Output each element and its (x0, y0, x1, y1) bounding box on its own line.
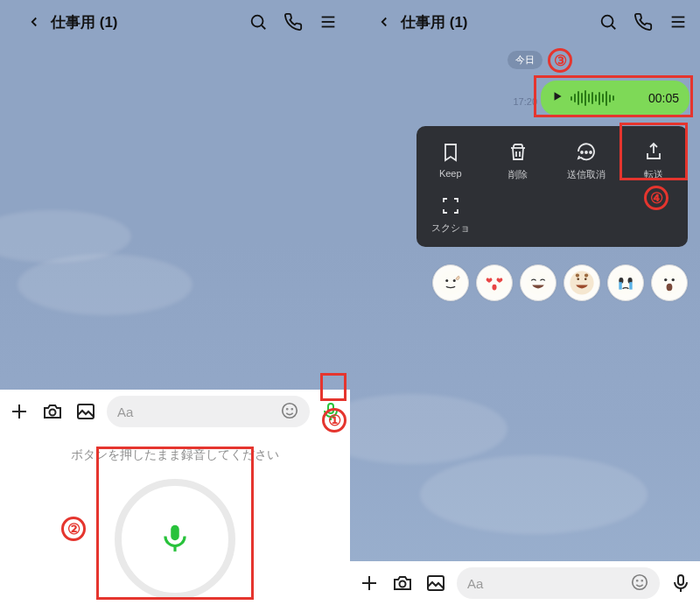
phone-left: 仕事用 (1) Aa (0, 0, 350, 605)
svg-line-1 (262, 25, 265, 29)
record-button[interactable] (115, 479, 235, 600)
reaction-heart-eyes[interactable] (476, 264, 513, 301)
search-icon[interactable] (247, 11, 270, 33)
play-icon[interactable] (551, 90, 564, 106)
back-icon[interactable] (373, 11, 396, 33)
input-bar: Aa (350, 561, 700, 605)
svg-point-30 (482, 271, 506, 294)
input-placeholder: Aa (467, 576, 483, 591)
phone-right: 仕事用 (1) 今日 17:20 00:05 (350, 0, 700, 605)
record-hint: ボタンを押したまま録音してください (0, 447, 350, 463)
svg-point-46 (667, 284, 673, 292)
svg-point-33 (570, 271, 593, 294)
context-forward[interactable]: 転送 (620, 135, 689, 188)
svg-point-28 (445, 279, 448, 282)
waveform-icon (570, 89, 641, 107)
back-icon[interactable] (23, 11, 46, 33)
context-unsend[interactable]: 送信取消 (552, 135, 620, 188)
context-menu: Keep 削除 送信取消 転送 (416, 126, 688, 247)
record-mic-icon (158, 521, 192, 558)
search-icon[interactable] (597, 11, 620, 33)
chat-area[interactable] (0, 44, 350, 390)
svg-point-27 (438, 271, 462, 294)
input-placeholder: Aa (117, 405, 133, 419)
reaction-row (432, 264, 688, 301)
context-keep[interactable]: Keep (416, 135, 485, 188)
context-delete[interactable]: 削除 (485, 135, 553, 188)
svg-point-11 (291, 408, 292, 409)
reaction-crying[interactable] (607, 264, 644, 301)
svg-rect-54 (678, 575, 683, 585)
svg-rect-42 (629, 282, 632, 290)
text-input[interactable]: Aa (457, 567, 660, 599)
svg-point-36 (576, 273, 579, 277)
svg-point-43 (657, 271, 681, 294)
voice-message[interactable]: 00:05 (541, 81, 690, 116)
camera-icon[interactable] (390, 571, 415, 595)
svg-point-34 (577, 278, 579, 280)
plus-icon[interactable] (7, 399, 32, 424)
plus-icon[interactable] (357, 571, 382, 595)
svg-point-37 (584, 273, 588, 277)
svg-rect-41 (619, 282, 621, 290)
svg-point-10 (287, 408, 288, 409)
svg-point-45 (672, 278, 675, 281)
svg-point-25 (585, 151, 587, 153)
gallery-icon[interactable] (424, 571, 448, 595)
svg-point-29 (453, 279, 456, 282)
emoji-icon[interactable] (280, 401, 299, 423)
svg-point-51 (633, 574, 648, 589)
svg-point-44 (664, 278, 667, 281)
reaction-open-mouth[interactable] (651, 264, 688, 301)
chat-area[interactable]: 今日 17:20 00:05 Keep (350, 44, 700, 561)
svg-point-31 (492, 285, 496, 291)
reaction-laugh[interactable] (520, 264, 556, 301)
reaction-grin[interactable] (564, 264, 600, 301)
header: 仕事用 (1) (0, 0, 350, 44)
gallery-icon[interactable] (74, 399, 98, 424)
svg-point-16 (602, 16, 613, 27)
svg-point-0 (252, 16, 263, 27)
header: 仕事用 (1) (350, 0, 700, 44)
svg-point-32 (526, 271, 550, 294)
svg-marker-21 (555, 92, 562, 100)
chat-title: 仕事用 (1) (51, 12, 118, 32)
context-screenshot[interactable]: スクショ (416, 188, 485, 242)
text-input[interactable]: Aa (107, 396, 310, 427)
mic-icon[interactable] (668, 571, 693, 595)
svg-rect-14 (171, 525, 179, 540)
call-icon[interactable] (632, 11, 654, 33)
reaction-thumbs-up[interactable] (432, 264, 469, 301)
svg-point-38 (613, 271, 637, 294)
svg-point-53 (641, 580, 642, 580)
svg-point-9 (283, 403, 298, 418)
svg-line-17 (612, 25, 615, 29)
voice-duration: 00:05 (648, 91, 679, 105)
menu-icon[interactable] (317, 11, 340, 33)
mic-icon[interactable] (318, 399, 343, 424)
svg-point-35 (584, 278, 587, 280)
date-badge: 今日 (508, 51, 542, 69)
svg-point-7 (50, 410, 56, 416)
camera-icon[interactable] (40, 399, 65, 424)
record-panel: ボタンを押したまま録音してください (0, 433, 350, 605)
menu-icon[interactable] (667, 11, 690, 33)
emoji-icon[interactable] (630, 573, 649, 594)
message-timestamp: 17:20 (513, 96, 537, 107)
svg-point-26 (590, 151, 592, 153)
call-icon[interactable] (282, 11, 304, 33)
svg-point-24 (581, 151, 583, 153)
svg-point-49 (400, 581, 406, 587)
svg-rect-12 (328, 404, 333, 413)
input-bar: Aa (0, 390, 350, 433)
svg-point-52 (637, 580, 638, 580)
chat-title: 仕事用 (1) (401, 12, 468, 32)
